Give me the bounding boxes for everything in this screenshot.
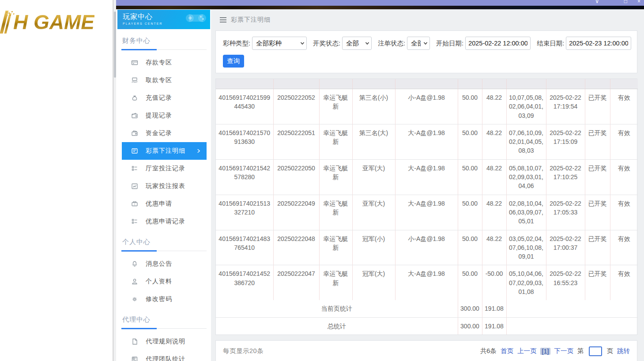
- sidebar-item-label: 修改密码: [146, 295, 172, 303]
- sidebar-item-label: 个人资料: [146, 278, 172, 286]
- section-title-finance: 财务中心: [122, 37, 211, 45]
- table-cell: 2025-02-22 17:19:54: [546, 89, 585, 124]
- table-cell: 50.00: [458, 159, 482, 195]
- sidebar-item[interactable]: 资金记录: [122, 124, 207, 142]
- grand-total-winloss: 191.08: [482, 317, 506, 335]
- menu-icon: [131, 130, 138, 137]
- first-page-link[interactable]: 首页: [501, 347, 513, 355]
- order-status-label: 注单状态:: [378, 39, 405, 48]
- filter-panel: 彩种类型: 全部彩种 开奖状态: 全部 注单状态: 全部: [215, 30, 637, 73]
- table-cell: 50.00: [458, 265, 482, 300]
- window-chevron-down-icon[interactable]: ∨: [595, 0, 599, 4]
- sidebar-item-label: 提现记录: [146, 112, 172, 120]
- next-page-link[interactable]: 下一页: [554, 347, 574, 355]
- sidebar-item[interactable]: 彩票下注明细: [122, 142, 207, 160]
- hamburger-menu-icon[interactable]: [220, 17, 226, 23]
- table-cell: 大-A盘@1.98: [395, 265, 458, 300]
- table-cell: 48.22: [482, 159, 506, 195]
- draw-status-label: 开奖状态:: [313, 39, 340, 48]
- sidebar-item[interactable]: 代理规则说明: [122, 333, 207, 350]
- table-cell: 401569174021513327210: [216, 195, 273, 230]
- menu-icon: [131, 59, 138, 66]
- order-status-select[interactable]: 全部: [407, 37, 430, 50]
- sidebar-item[interactable]: 个人资料: [122, 273, 207, 290]
- sidebar-item[interactable]: 代理团队统计: [122, 350, 207, 361]
- table-cell: 幸运飞艇新: [319, 230, 352, 265]
- table-cell: 48.22: [482, 89, 506, 124]
- table-cell: 幸运飞艇新: [319, 195, 352, 230]
- table-cell: 有效: [610, 195, 638, 230]
- sidebar-item[interactable]: 优惠申请: [122, 195, 207, 213]
- end-date-input[interactable]: [566, 37, 631, 50]
- sidebar-item-label: 优惠申请记录: [146, 218, 185, 226]
- window-close-icon[interactable]: ×: [637, 0, 640, 4]
- table-cell: 已开奖: [585, 89, 610, 124]
- table-cell: -50.00: [482, 265, 506, 300]
- section-title-personal: 个人中心: [122, 238, 211, 246]
- table-cell: 幸运飞艇新: [319, 124, 352, 159]
- table-row: 401569174021570913630 20250222051 幸运飞艇新 …: [216, 124, 638, 159]
- query-button[interactable]: 查询: [223, 55, 244, 68]
- menu-icon: [131, 218, 138, 225]
- breadcrumb: 彩票下注明细: [211, 9, 644, 30]
- jump-prefix-label: 第: [577, 347, 584, 355]
- table-cell: 已开奖: [585, 124, 610, 159]
- sidebar-item[interactable]: 充值记录: [122, 89, 207, 107]
- bet-table-panel: 401569174021599445430 20250222052 幸运飞艇新 …: [215, 79, 637, 335]
- table-cell: 20250222050: [273, 159, 319, 195]
- table-cell: 大-A盘@1.98: [395, 124, 458, 159]
- table-cell: 20250222051: [273, 124, 319, 159]
- table-cell: 已开奖: [585, 230, 610, 265]
- menu-icon: [131, 183, 138, 190]
- sidebar-item[interactable]: 取款专区: [122, 71, 207, 89]
- sidebar-item[interactable]: 提现记录: [122, 107, 207, 124]
- jump-button[interactable]: 跳转: [617, 347, 630, 355]
- table-cell: 20250222048: [273, 230, 319, 265]
- page-total-winloss: 191.08: [482, 300, 506, 317]
- section-divider: [121, 250, 207, 252]
- scrollbar[interactable]: [113, 0, 116, 361]
- sidebar-item[interactable]: 修改密码: [122, 290, 207, 308]
- table-cell: 48.22: [482, 230, 506, 265]
- sidebar-item[interactable]: 玩家投注报表: [122, 177, 207, 195]
- sidebar-item[interactable]: 厅室投注记录: [122, 160, 207, 177]
- menu-icon: [131, 200, 138, 207]
- lottery-type-select[interactable]: 全部彩种: [252, 37, 307, 50]
- table-header-cell: [458, 79, 482, 89]
- sidebar-item-label: 厅室投注记录: [146, 165, 185, 173]
- sidebar-item-label: 充值记录: [146, 94, 172, 102]
- page-title: 彩票下注明细: [231, 16, 271, 24]
- table-cell: 亚军(大): [352, 195, 395, 230]
- end-date-label: 结束日期:: [537, 39, 564, 48]
- window-maximize-icon[interactable]: □: [624, 0, 627, 4]
- table-cell: 小-A盘@1.98: [395, 230, 458, 265]
- prev-page-link[interactable]: 上一页: [517, 347, 537, 355]
- start-date-input[interactable]: [465, 37, 531, 50]
- table-header-cell: [273, 79, 319, 89]
- sidebar-item[interactable]: 优惠申请记录: [122, 213, 207, 230]
- table-cell: 有效: [610, 124, 638, 159]
- sidebar-item-label: 资金记录: [146, 129, 172, 137]
- table-cell: 50.00: [458, 230, 482, 265]
- app-window: ∨ □ × 玩家中心 PLAYERS CENTER 财务中心 存款专区: [116, 0, 644, 361]
- table-cell: 第三名(小): [352, 89, 395, 124]
- sidebar-item[interactable]: 消息公告: [122, 255, 207, 273]
- sidebar-item-label: 优惠申请: [146, 200, 172, 208]
- table-cell: 20250222049: [273, 195, 319, 230]
- table-cell: 幸运飞艇新: [319, 89, 352, 124]
- page-jump-input[interactable]: [589, 346, 602, 356]
- table-header-cell: [395, 79, 458, 89]
- sidebar-item[interactable]: 存款专区: [122, 54, 207, 71]
- menu-icon: [131, 94, 138, 102]
- gamepad-icon: [185, 11, 207, 26]
- pagination-bar: 每页显示20条 共6条 首页 上一页 [1] 下一页 第 页 跳转: [215, 340, 637, 361]
- menu-icon: [131, 260, 138, 267]
- table-cell: 2025-02-22 17:10:25: [546, 159, 585, 195]
- draw-status-select[interactable]: 全部: [342, 37, 372, 50]
- table-cell: 小-A盘@1.98: [395, 89, 458, 124]
- menu-icon: [131, 338, 138, 345]
- table-cell: 07,06,10,09,02,01,04,05,08,03: [506, 124, 546, 159]
- section-title-agent: 代理中心: [122, 316, 211, 324]
- table-cell: 有效: [610, 265, 638, 300]
- table-cell: 02,08,10,04,06,03,09,07,05,01: [506, 195, 546, 230]
